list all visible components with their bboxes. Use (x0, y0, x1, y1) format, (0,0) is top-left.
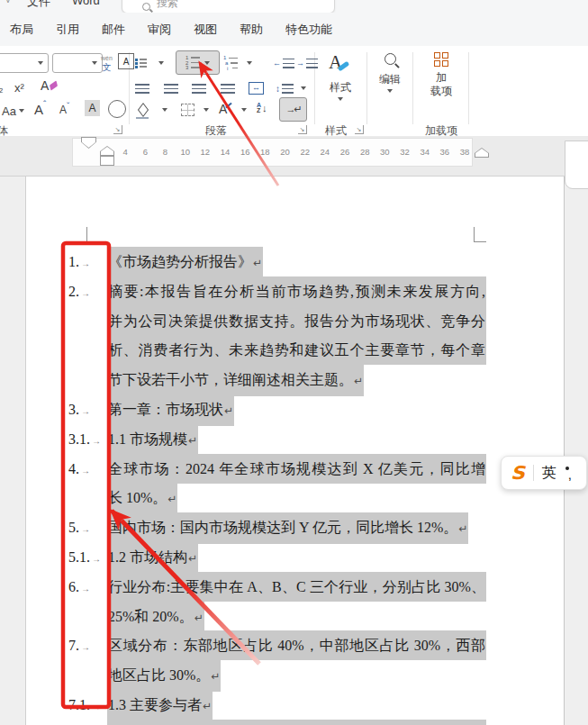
menu-tab-6[interactable]: 帮助 (240, 22, 263, 38)
shrink-font-button[interactable]: A ˇ (59, 100, 69, 120)
sort-button[interactable]: AZ ↓ (257, 98, 267, 118)
scroll-area-widget[interactable] (565, 140, 588, 189)
doc-line[interactable]: 6.→行业分布:主要集中在 A、B、C 三个行业，分别占比 30%、 (68, 572, 90, 602)
ruler-number: 14 (221, 147, 231, 157)
change-case-button[interactable]: Aa (2, 101, 24, 121)
wrap-toggle-button[interactable]: →↵ (279, 97, 307, 122)
hanging-indent-marker[interactable] (100, 146, 114, 156)
styles-button[interactable]: A 样式 (322, 51, 358, 101)
ime-toolbar[interactable]: S 英 , (501, 456, 587, 490)
first-line-indent-marker[interactable] (81, 137, 96, 149)
ime-punctuation-icon[interactable]: , (565, 465, 575, 481)
editing-button[interactable]: 编辑 (372, 53, 408, 93)
list-number: 4. (68, 454, 79, 484)
multilevel-list-button[interactable]: 1 a i (223, 53, 238, 73)
doc-line[interactable]: 7.→区域分布：东部地区占比 40%，中部地区占比 30%，西部 (68, 630, 90, 660)
document-page[interactable]: 1.→《市场趋势分析报告》↵2.→摘要:本报告旨在分析当前市场趋势,预测未来发展… (25, 177, 565, 725)
line-text: 1.2 市场结构↵ (107, 542, 198, 574)
addins-button[interactable]: 加 载项 (421, 52, 462, 99)
line-text: 节下设若干小节，详细阐述相关主题。↵ (107, 365, 364, 396)
enclose-characters-button[interactable] (108, 100, 126, 118)
ruler-number: 22 (300, 147, 310, 157)
bullets-dropdown[interactable] (158, 53, 164, 73)
font-name-combobox[interactable] (0, 53, 49, 73)
doc-line[interactable]: 1.→《市场趋势分析报告》↵ (68, 247, 90, 276)
list-number: 3. (68, 394, 79, 424)
sort-az-icon: AZ (257, 103, 261, 113)
search-input[interactable]: 搜索 (122, 0, 335, 13)
list-number: 3.1. (68, 424, 90, 454)
line-spacing-icon (282, 84, 294, 94)
menu-tab-3[interactable]: 邮件 (102, 22, 125, 38)
doc-line[interactable]: 3.→第一章：市场现状↵ (68, 394, 90, 424)
doc-line[interactable]: 2.→摘要:本报告旨在分析当前市场趋势,预测未来发展方向, (68, 276, 90, 306)
doc-line[interactable]: 4.→全球市场：2024 年全球市场规模达到 X 亿美元，同比增 (68, 454, 90, 484)
text-effects-button[interactable]: A (219, 99, 232, 119)
phonetic-guide-button[interactable]: wén 文 (101, 51, 113, 75)
numbering-dropdown[interactable] (204, 61, 210, 65)
menu-tab-1[interactable]: 布局 (10, 22, 33, 38)
menu-tab-4[interactable]: 审阅 (148, 22, 171, 38)
distribute-button[interactable]: ↔ (249, 78, 264, 98)
right-indent-marker[interactable] (475, 148, 489, 158)
ime-logo[interactable]: S (511, 463, 525, 484)
character-shading-button[interactable]: A (85, 100, 100, 116)
ruler-number: 8 (163, 147, 167, 157)
doc-line[interactable]: 5.→国内市场：国内市场规模达到 Y 亿元，同比增长 12%。↵ (68, 512, 90, 542)
ruler-number: 38 (460, 147, 470, 157)
borders-dropdown[interactable] (204, 100, 209, 120)
ribbon: wén 文 A x₂ x² A Aa A ˆ A ˇ A 体 ↘ 1 2 3 (0, 46, 588, 138)
menu-tab-2[interactable]: 引用 (56, 22, 79, 38)
decrease-indent-button[interactable]: ← (273, 53, 294, 73)
line-text: 摘要:本报告旨在分析当前市场趋势,预测未来发展方向, (107, 276, 486, 306)
doc-line[interactable]: 3.1.→1.1 市场规模↵ (68, 424, 101, 454)
ruler-number: 36 (440, 147, 450, 157)
justify-button[interactable] (221, 78, 235, 98)
line-spacing-button[interactable]: ↕ (276, 78, 294, 98)
styles-dialog-launcher[interactable]: ↘ (355, 125, 364, 134)
align-left-button[interactable] (135, 78, 149, 98)
clear-formatting-button[interactable]: A (41, 76, 58, 95)
doc-line[interactable]: 8.→国际厂商：公司 A、公司 B、公司 C (68, 720, 90, 725)
list-number: 7. (68, 630, 79, 660)
line-text: 1.1 市场规模↵ (107, 424, 198, 456)
line-spacing-dropdown[interactable] (301, 78, 306, 98)
align-center-button[interactable] (164, 78, 178, 98)
ruler-number: 18 (260, 147, 270, 157)
font-dialog-launcher[interactable]: ↘ (113, 125, 122, 134)
menu-tab-7[interactable]: 特色功能 (285, 22, 332, 38)
character-border-button[interactable]: A (118, 53, 134, 69)
menu-tabs: 布局引用邮件审阅视图帮助特色功能 (0, 13, 588, 46)
doc-line[interactable]: 7.1.→1.3 主要参与者↵ (68, 690, 101, 720)
borders-button[interactable] (181, 100, 194, 120)
paragraph-mark: ↵ (354, 375, 363, 387)
multilevel-dropdown[interactable] (247, 53, 252, 73)
addins-grid-icon (434, 52, 448, 67)
doc-line[interactable]: 5.1.→1.2 市场结构↵ (68, 542, 101, 572)
align-center-icon (164, 84, 178, 94)
paragraph-dialog-launcher[interactable]: ↘ (298, 125, 307, 134)
file-menu-fragment[interactable]: 文件 (27, 0, 50, 10)
line-text: 25%和 20%。↵ (107, 602, 204, 633)
menu-tab-5[interactable]: 视图 (194, 22, 217, 38)
grow-font-button[interactable]: A ˆ (34, 99, 46, 119)
paragraph-mark: ↵ (167, 493, 176, 505)
quick-access-fragment[interactable]: ˅ (5, 0, 11, 5)
left-indent-marker[interactable] (100, 156, 114, 166)
superscript-button[interactable]: x² (14, 77, 24, 97)
shading-dropdown[interactable] (162, 100, 167, 120)
list-number: 5.1. (68, 542, 90, 572)
align-right-button[interactable] (192, 78, 206, 98)
list-number: 2. (68, 276, 79, 306)
text-effects-dropdown[interactable] (241, 100, 247, 120)
increase-indent-icon (306, 59, 318, 68)
increase-indent-button[interactable]: → (296, 53, 318, 73)
font-size-combobox[interactable] (52, 53, 103, 73)
ime-language-mode[interactable]: 英 (542, 464, 556, 483)
paragraph-mark: ↵ (203, 700, 212, 712)
subscript-button[interactable]: x₂ (0, 77, 4, 97)
numbering-button[interactable]: 1 2 3 (176, 50, 220, 75)
shading-button[interactable] (134, 100, 152, 120)
bullets-button[interactable] (135, 53, 147, 73)
align-right-icon (192, 84, 206, 94)
